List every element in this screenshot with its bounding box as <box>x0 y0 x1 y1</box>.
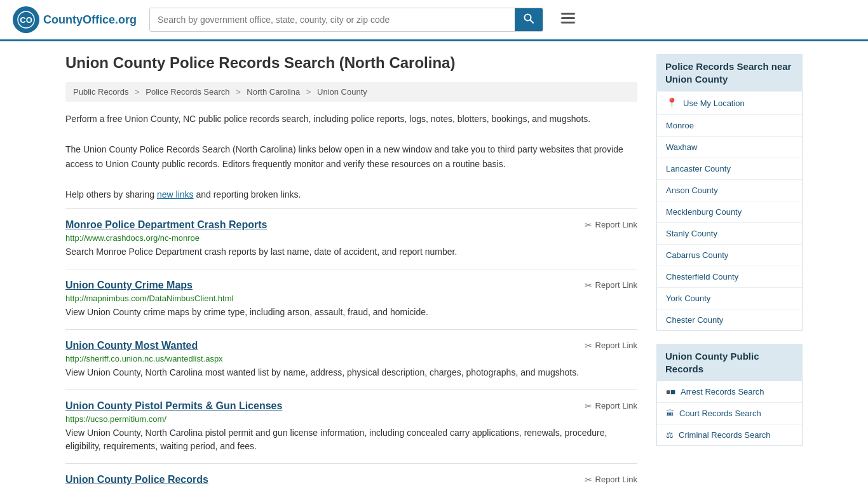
breadcrumb-north-carolina[interactable]: North Carolina <box>247 87 300 97</box>
sidebar-public-records-section: Union County Public Records ■ Arrest Rec… <box>656 344 803 446</box>
result-header: Union County Most Wanted ✂ Report Link <box>65 340 637 351</box>
list-item: Chesterfield County <box>657 266 802 288</box>
list-item: Lancaster County <box>657 158 802 180</box>
report-icon: ✂ <box>585 220 592 230</box>
breadcrumb-public-records[interactable]: Public Records <box>73 87 128 97</box>
hamburger-icon <box>561 13 575 24</box>
sidebar-nearby-chester[interactable]: Chester County <box>657 309 802 330</box>
search-icon <box>524 13 534 24</box>
court-icon: 🏛 <box>666 409 674 418</box>
sidebar-criminal-records[interactable]: ⚖ Criminal Records Search <box>657 424 802 445</box>
result-item: Monroe Police Department Crash Reports ✂… <box>65 208 637 269</box>
result-title[interactable]: Monroe Police Department Crash Reports <box>65 219 267 231</box>
list-item: Waxhaw <box>657 137 802 158</box>
sidebar-nearby-chesterfield[interactable]: Chesterfield County <box>657 266 802 287</box>
list-item: Cabarrus County <box>657 245 802 266</box>
breadcrumb-sep-3: > <box>306 87 311 97</box>
result-header: Monroe Police Department Crash Reports ✂… <box>65 219 637 231</box>
report-link[interactable]: ✂ Report Link <box>585 280 637 290</box>
breadcrumb: Public Records > Police Records Search >… <box>65 82 637 102</box>
list-item: Chester County <box>657 309 802 330</box>
breadcrumb-police-records[interactable]: Police Records Search <box>146 87 229 97</box>
search-button[interactable] <box>515 8 543 31</box>
result-title[interactable]: Union County Pistol Permits & Gun Licens… <box>65 400 282 412</box>
list-item: Anson County <box>657 180 802 201</box>
sidebar-nearby-stanly[interactable]: Stanly County <box>657 223 802 244</box>
report-link[interactable]: ✂ Report Link <box>585 220 637 230</box>
court-records-label: Court Records Search <box>679 409 761 418</box>
result-desc: View Union County, North Carolina most w… <box>65 366 637 379</box>
list-item: ⚖ Criminal Records Search <box>657 424 802 445</box>
results-list: Monroe Police Department Crash Reports ✂… <box>65 208 637 488</box>
use-my-location-link[interactable]: 📍 Use My Location <box>657 92 802 114</box>
list-item: York County <box>657 288 802 309</box>
search-input[interactable] <box>150 8 515 31</box>
sidebar-nearby-cabarrus[interactable]: Cabarrus County <box>657 245 802 266</box>
breadcrumb-union-county[interactable]: Union County <box>317 87 367 97</box>
result-desc: View Union County crime maps by crime ty… <box>65 306 637 319</box>
report-link-label: Report Link <box>595 341 637 350</box>
description-para3: Help others by sharing new links and rep… <box>65 187 637 201</box>
sidebar-nearby-section: Police Records Search near Union County … <box>656 54 803 331</box>
report-link[interactable]: ✂ Report Link <box>585 341 637 351</box>
arrest-records-label: Arrest Records Search <box>681 387 764 396</box>
sidebar-nearby-york[interactable]: York County <box>657 288 802 309</box>
site-header: CO CountyOffice.org <box>0 0 868 41</box>
sidebar-nearby-list: 📍 Use My Location Monroe Waxhaw Lancaste… <box>656 92 803 331</box>
sidebar-nearby-heading: Police Records Search near Union County <box>656 54 803 92</box>
search-bar <box>149 8 543 32</box>
result-item: Union County Most Wanted ✂ Report Link h… <box>65 329 637 390</box>
result-desc: Search Monroe Police Department crash re… <box>65 245 637 259</box>
sidebar-court-records[interactable]: 🏛 Court Records Search <box>657 403 802 424</box>
site-logo[interactable]: CO CountyOffice.org <box>13 6 137 33</box>
result-title[interactable]: Union County Crime Maps <box>65 280 193 291</box>
list-item: ■ Arrest Records Search <box>657 381 802 403</box>
result-item: Union County Pistol Permits & Gun Licens… <box>65 390 637 463</box>
new-links-link[interactable]: new links <box>157 189 194 200</box>
report-icon: ✂ <box>585 401 592 411</box>
sidebar-nearby-monroe[interactable]: Monroe <box>657 115 802 136</box>
logo-icon: CO <box>13 6 39 33</box>
result-desc: View Union County, North Carolina pistol… <box>65 426 637 453</box>
result-title[interactable]: Union County Police Records <box>65 474 208 485</box>
criminal-icon: ⚖ <box>666 430 674 440</box>
result-url: http://www.crashdocs.org/nc-monroe <box>65 233 637 243</box>
description-para2: The Union County Police Records Search (… <box>65 142 637 171</box>
sidebar: Police Records Search near Union County … <box>656 54 803 488</box>
breadcrumb-sep-2: > <box>236 87 241 97</box>
sidebar-nearby-lancaster[interactable]: Lancaster County <box>657 158 802 179</box>
pin-icon: 📍 <box>666 97 678 109</box>
svg-rect-6 <box>561 22 575 24</box>
result-header: Union County Pistol Permits & Gun Licens… <box>65 400 637 412</box>
sidebar-arrest-records[interactable]: ■ Arrest Records Search <box>657 381 802 402</box>
sidebar-public-records-list: ■ Arrest Records Search 🏛 Court Records … <box>656 381 803 446</box>
sidebar-nearby-anson[interactable]: Anson County <box>657 180 802 201</box>
sidebar-nearby-waxhaw[interactable]: Waxhaw <box>657 137 802 158</box>
result-header: Union County Crime Maps ✂ Report Link <box>65 280 637 291</box>
list-item: 🏛 Court Records Search <box>657 403 802 424</box>
sidebar-nearby-mecklenburg[interactable]: Mecklenburg County <box>657 201 802 222</box>
result-url: http://mapnimbus.com/DataNimbusClient.ht… <box>65 294 637 303</box>
description-para3-prefix: Help others by sharing <box>65 189 157 200</box>
sidebar-use-location-item: 📍 Use My Location <box>657 92 802 115</box>
result-header: Union County Police Records ✂ Report Lin… <box>65 474 637 485</box>
report-icon: ✂ <box>585 280 592 290</box>
report-link[interactable]: ✂ Report Link <box>585 401 637 411</box>
result-url: https://ucso.permitium.com/ <box>65 414 637 424</box>
description-para3-suffix: and reporting broken links. <box>194 189 301 200</box>
result-item: Union County Police Records ✂ Report Lin… <box>65 463 637 488</box>
result-title[interactable]: Union County Most Wanted <box>65 340 198 351</box>
content-area: Union County Police Records Search (Nort… <box>65 54 637 488</box>
criminal-records-label: Criminal Records Search <box>679 430 771 440</box>
svg-rect-4 <box>561 13 575 15</box>
main-container: Union County Police Records Search (Nort… <box>53 41 815 488</box>
use-my-location-label: Use My Location <box>683 98 745 108</box>
list-item: Stanly County <box>657 223 802 245</box>
list-item: Mecklenburg County <box>657 201 802 223</box>
report-icon: ✂ <box>585 475 592 485</box>
report-link[interactable]: ✂ Report Link <box>585 475 637 485</box>
svg-line-3 <box>531 20 534 24</box>
report-link-label: Report Link <box>595 475 637 484</box>
svg-text:CO: CO <box>20 15 32 25</box>
menu-button[interactable] <box>556 9 580 30</box>
